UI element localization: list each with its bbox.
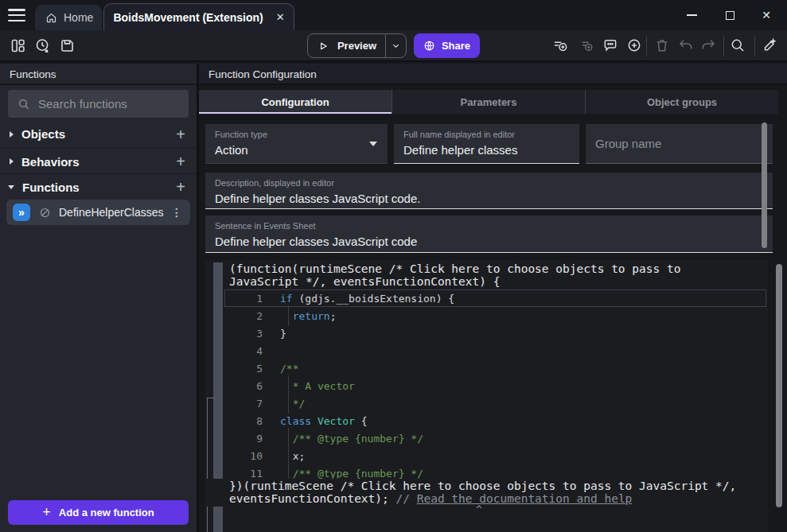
code-wrapper-footer[interactable]: })(runtimeScene /* Click here to choose … [205,479,768,507]
toolbar-divider [754,36,755,56]
preview-dropdown-button[interactable] [386,41,406,50]
code-line[interactable]: 10 x; [224,447,768,464]
field-label: Sentence in Events Sheet [215,221,763,231]
field-value: Action [215,143,378,157]
sentence-field[interactable]: Sentence in Events Sheet Define helper c… [205,216,773,253]
edit-extension-icon[interactable] [762,37,777,53]
sidebar-item-behaviors[interactable]: Behaviors + [0,150,197,174]
code-line[interactable]: 7 */ [224,394,768,412]
tab-extension[interactable]: BoidsMovement (Extension) ✕ [103,3,294,30]
dropdown-caret-icon [369,142,377,146]
save-icon[interactable] [59,37,76,54]
toolbar-divider [723,36,724,56]
code-line[interactable]: 3} [224,324,768,342]
search-functions-input[interactable] [38,97,169,111]
group-name-input[interactable] [595,137,763,150]
documentation-link[interactable]: Read the documentation and help [417,492,633,505]
search-functions-box[interactable] [8,90,189,118]
code-text: * A vector [274,380,355,392]
preview-label: Preview [329,40,385,52]
code-text: /** @type {number} */ [274,468,423,480]
function-configuration-panel: Function Configuration Configuration Par… [199,64,787,532]
home-icon [45,12,57,24]
add-comment-icon[interactable] [602,37,618,53]
indent-guide [288,305,289,326]
function-type-select[interactable]: Function type Action [205,124,388,164]
full-name-field[interactable]: Full name displayed in editor Define hel… [394,124,579,164]
code-lines[interactable]: 1if (gdjs.__boidsExtension) {2 return;3}… [224,289,768,482]
code-line[interactable]: 9 /** @type {number} */ [224,429,768,447]
line-number: 4 [224,345,274,357]
line-number: 9 [224,433,274,445]
window-maximize-button[interactable] [719,7,740,23]
tab-label: Configuration [261,96,329,108]
config-scrollbar[interactable] [762,122,767,248]
code-line[interactable]: 8class Vector { [224,412,768,429]
field-value: Define helper classes JavaScript code. [215,192,763,205]
trash-icon[interactable] [654,37,670,53]
menu-icon[interactable] [8,9,25,21]
search-icon[interactable] [730,37,746,53]
function-item-definehelperclasses[interactable]: » DefineHelperClasses ⋮ [6,200,190,225]
line-number: 11 [224,468,274,480]
collapse-caret[interactable]: ^ [476,503,482,515]
history-icon[interactable] [34,37,51,54]
add-new-function-label: Add a new function [59,507,154,518]
configuration-tabs: Configuration Parameters Object groups [199,90,778,114]
chevron-right-icon [10,158,14,165]
add-sub-event-icon[interactable] [578,37,594,53]
toolbar: Preview Share [0,30,787,62]
code-text: x; [274,450,305,462]
js-code-event[interactable]: (function(runtimeScene /* Click here to … [205,260,768,532]
add-circle-icon[interactable] [626,37,642,53]
redo-icon[interactable] [700,37,716,53]
code-scrollbar[interactable] [776,264,782,507]
window-minimize-button[interactable] [681,7,702,23]
code-line[interactable]: 6 * A vector [224,377,768,394]
play-icon [318,41,329,52]
code-line[interactable]: 5/** [224,359,768,377]
sidebar-item-objects[interactable]: Objects + [0,120,197,149]
code-wrapper-header[interactable]: (function(runtimeScene /* Click here to … [229,263,680,288]
code-text: /** @type {number} */ [274,433,423,445]
event-selection-bracket [207,398,215,532]
no-symbol-icon [39,207,51,219]
indent-guide [288,393,289,414]
tab-home[interactable]: Home [35,5,102,30]
add-function-tree-button[interactable]: + [176,179,185,195]
code-text: if (gdjs.__boidsExtension) { [274,293,454,305]
tab-label: Object groups [647,96,717,108]
function-item-label: DefineHelperClasses [59,206,164,219]
code-line[interactable]: 4 [224,342,768,359]
tab-parameters[interactable]: Parameters [392,90,585,114]
code-text: return; [274,310,336,322]
line-number: 10 [224,450,274,462]
tab-object-groups[interactable]: Object groups [585,90,778,114]
code-line[interactable]: 2 return; [224,307,768,324]
undo-icon[interactable] [678,37,694,53]
add-new-function-button[interactable]: + Add a new function [8,500,189,525]
sidebar-item-functions[interactable]: Functions + [0,175,197,199]
project-manager-icon[interactable] [10,37,26,54]
code-line[interactable]: 1if (gdjs.__boidsExtension) { [224,289,768,307]
group-name-field[interactable] [586,124,773,164]
field-label: Full name displayed in editor [403,130,570,139]
field-value: Define helper classes [403,143,570,157]
tab-configuration[interactable]: Configuration [199,90,392,114]
tree-label: Behaviors [21,155,80,169]
add-object-button[interactable]: + [176,126,185,142]
code-text: class Vector { [274,415,368,427]
add-behavior-button[interactable]: + [176,153,185,169]
preview-button[interactable]: Preview [307,33,407,58]
window-close-button[interactable]: ✕ [756,7,777,23]
share-button[interactable]: Share [414,33,480,58]
description-field[interactable]: Description, displayed in editor Define … [205,173,773,209]
kebab-menu-icon[interactable]: ⋮ [171,206,182,219]
tab-close-icon[interactable]: ✕ [276,11,285,23]
code-text: */ [274,398,305,410]
title-bar: Home BoidsMovement (Extension) ✕ ✕ [0,0,787,30]
add-event-icon[interactable] [552,37,568,53]
tab-home-label: Home [64,11,93,24]
chevron-right-icon [10,131,14,138]
tree-label: Functions [22,181,80,194]
